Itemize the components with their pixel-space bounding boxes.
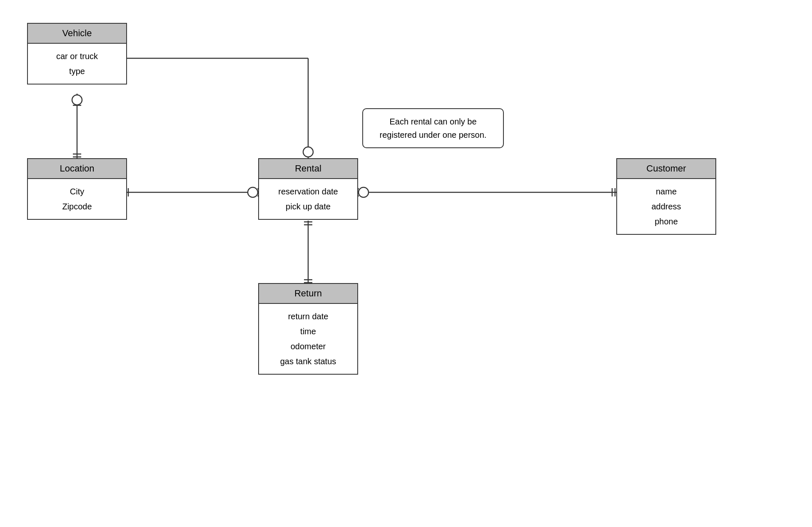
return-attr-3: odometer [266, 339, 351, 354]
return-attr-2: time [266, 324, 351, 339]
vehicle-attr-2: type [35, 64, 120, 79]
svg-point-18 [359, 187, 369, 197]
erd-diagram: Vehicle car or truck type Location City … [0, 0, 812, 527]
note-text-line1: Each rental can only be [371, 115, 495, 128]
svg-point-7 [72, 95, 82, 105]
entity-return: Return return date time odometer gas tan… [258, 283, 358, 375]
entity-location: Location City Zipcode [27, 158, 127, 220]
location-header: Location [28, 159, 126, 179]
return-header: Return [259, 284, 357, 304]
location-attr-2: Zipcode [35, 199, 120, 214]
entity-rental: Rental reservation date pick up date [258, 158, 358, 220]
vehicle-header: Vehicle [28, 24, 126, 44]
rental-body: reservation date pick up date [259, 179, 357, 219]
customer-header: Customer [617, 159, 715, 179]
return-attr-4: gas tank status [266, 354, 351, 369]
entity-customer: Customer name address phone [616, 158, 716, 235]
location-body: City Zipcode [28, 179, 126, 219]
vehicle-body: car or truck type [28, 44, 126, 84]
rental-attr-1: reservation date [266, 184, 351, 199]
return-attr-1: return date [266, 309, 351, 324]
note-text-line2: registered under one person. [371, 128, 495, 142]
location-attr-1: City [35, 184, 120, 199]
rental-header: Rental [259, 159, 357, 179]
customer-attr-2: address [624, 199, 709, 214]
rental-attr-2: pick up date [266, 199, 351, 214]
svg-point-3 [303, 147, 313, 157]
customer-attr-3: phone [624, 214, 709, 229]
customer-body: name address phone [617, 179, 715, 234]
return-body: return date time odometer gas tank statu… [259, 304, 357, 374]
entity-vehicle: Vehicle car or truck type [27, 23, 127, 85]
note-box: Each rental can only be registered under… [362, 108, 504, 148]
vehicle-attr-1: car or truck [35, 49, 120, 64]
svg-point-13 [248, 187, 258, 197]
customer-attr-1: name [624, 184, 709, 199]
